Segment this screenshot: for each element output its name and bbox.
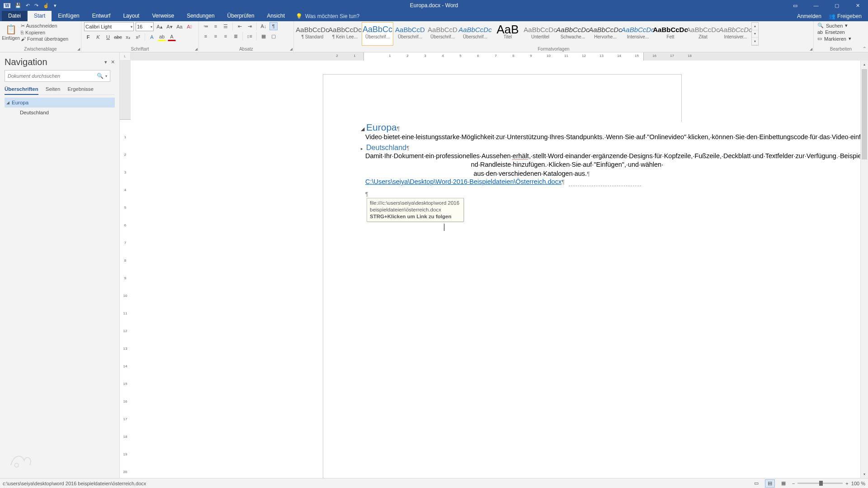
tab-view[interactable]: Ansicht — [261, 11, 291, 21]
style-tile[interactable]: AaBbCcDcSchwache... — [557, 22, 589, 46]
styles-gallery[interactable]: AaBbCcDc¶ StandardAaBbCcDc¶ Kein Lee...A… — [297, 22, 751, 46]
find-button[interactable]: 🔍Suchen ▾ — [816, 22, 865, 29]
tab-design[interactable]: Entwurf — [86, 11, 117, 21]
shrink-font-icon[interactable]: A▾ — [165, 23, 174, 31]
collapse-icon[interactable]: ◢ — [6, 100, 12, 105]
format-painter-button[interactable]: 🖌 Format übertragen — [21, 36, 68, 42]
nav-dropdown-icon[interactable]: ▾ — [104, 59, 107, 65]
style-tile[interactable]: AaBbCcDcIntensive... — [622, 22, 654, 46]
style-tile[interactable]: AaBbCcDcIntensiver... — [720, 22, 751, 46]
underline-icon[interactable]: U — [104, 33, 112, 41]
nav-item-europa[interactable]: ◢ Europa — [5, 98, 115, 108]
zoom-level[interactable]: 100 % — [851, 481, 865, 486]
bold-icon[interactable]: F — [84, 33, 92, 41]
change-case-icon[interactable]: Aa — [175, 23, 184, 31]
align-center-icon[interactable]: ≡ — [212, 32, 220, 40]
heading-1[interactable]: Europa¶ — [366, 122, 400, 132]
style-tile[interactable]: AaBbCcDcZitat — [687, 22, 719, 46]
scrollbar-thumb[interactable] — [862, 69, 867, 160]
increase-indent-icon[interactable]: ⇥ — [245, 22, 254, 30]
body-paragraph-2[interactable]: Damit·Ihr·Dokument·ein·professionelles·A… — [365, 152, 700, 178]
zoom-out-icon[interactable]: − — [792, 481, 795, 486]
maximize-button[interactable]: ▢ — [826, 0, 847, 11]
nav-tab-pages[interactable]: Seiten — [46, 86, 61, 93]
font-name-combo[interactable]: Calibri Light▾ — [84, 22, 134, 31]
tab-file[interactable]: Datei — [2, 11, 27, 21]
ribbon-display-options-icon[interactable]: ▭ — [785, 0, 806, 11]
collapse-heading-icon[interactable]: ◢ — [361, 126, 363, 132]
qat-touch-icon[interactable]: ☝ — [43, 3, 49, 9]
sign-in-link[interactable]: Anmelden — [797, 13, 821, 19]
scroll-down-icon[interactable]: ▾ — [861, 470, 868, 478]
text-effects-icon[interactable]: A — [148, 33, 156, 41]
nav-search-box[interactable]: 🔍 ▾ — [5, 70, 110, 82]
tell-me-search[interactable]: 💡 Was möchten Sie tun? — [296, 13, 359, 21]
vertical-ruler[interactable]: 12 34 56 78 910 1112 1314 1516 1718 1920 — [120, 61, 131, 478]
align-left-icon[interactable]: ≡ — [202, 32, 210, 40]
font-size-combo[interactable]: 16▾ — [136, 22, 154, 31]
borders-icon[interactable]: ▢ — [269, 32, 278, 40]
tab-mailings[interactable]: Sendungen — [180, 11, 221, 21]
clipboard-dialog-launcher[interactable]: ◢ — [77, 47, 80, 51]
print-layout-icon[interactable]: ▤ — [765, 479, 775, 488]
horizontal-ruler[interactable]: 211 2345 6789 10111213 1415161718 — [131, 52, 868, 61]
collapse-heading-icon[interactable]: ▸ — [361, 146, 363, 151]
style-tile[interactable]: AaBTitel — [492, 22, 524, 46]
document-canvas[interactable]: ◢ Europa¶ Video·bietet·eine·leistungssta… — [131, 61, 860, 478]
styles-gallery-more[interactable]: ▴ ▾ ▾ — [751, 22, 759, 46]
replace-button[interactable]: abErsetzen — [816, 29, 865, 35]
read-mode-icon[interactable]: ▭ — [751, 479, 761, 488]
font-color-icon[interactable]: A — [168, 33, 176, 41]
clear-formatting-icon[interactable]: A⃠ — [185, 23, 193, 31]
shading-icon[interactable]: ▦ — [259, 32, 268, 40]
superscript-icon[interactable]: x² — [134, 33, 142, 41]
body-paragraph-1[interactable]: Video·bietet·eine·leistungsstarke·Möglic… — [365, 133, 700, 142]
justify-icon[interactable]: ≣ — [231, 32, 240, 40]
empty-paragraph[interactable]: ¶ — [365, 190, 700, 199]
italic-icon[interactable]: K — [94, 33, 102, 41]
close-button[interactable]: ✕ — [847, 0, 868, 11]
vertical-scrollbar[interactable]: ▴ ▾ — [860, 61, 868, 478]
style-tile[interactable]: AaBbCcDcFett — [655, 22, 686, 46]
align-right-icon[interactable]: ≡ — [222, 32, 230, 40]
style-tile[interactable]: AaBbCcDcUntertitel — [524, 22, 556, 46]
style-tile[interactable]: AaBbCcDcÜberschrif... — [459, 22, 491, 46]
show-marks-icon[interactable]: ¶ — [269, 22, 278, 30]
style-tile[interactable]: AaBbCcDÜberschrif... — [427, 22, 458, 46]
tab-layout[interactable]: Layout — [117, 11, 146, 21]
nav-tab-results[interactable]: Ergebnisse — [67, 86, 94, 93]
multilevel-icon[interactable]: ☰ — [222, 22, 230, 30]
decrease-indent-icon[interactable]: ⇤ — [236, 22, 244, 30]
zoom-slider[interactable] — [797, 483, 843, 484]
line-spacing-icon[interactable]: ↕≡ — [245, 32, 254, 40]
tab-references[interactable]: Verweise — [146, 11, 180, 21]
styles-row-up-icon[interactable]: ▴ — [752, 23, 758, 30]
qat-undo-icon[interactable]: ↶ — [26, 3, 30, 9]
nav-item-deutschland[interactable]: Deutschland — [5, 108, 115, 117]
zoom-in-icon[interactable]: + — [845, 481, 848, 486]
highlight-icon[interactable]: ab — [158, 33, 166, 41]
styles-expand-icon[interactable]: ▾ — [752, 38, 758, 45]
tab-start[interactable]: Start — [28, 11, 52, 21]
font-dialog-launcher[interactable]: ◢ — [195, 47, 198, 51]
minimize-button[interactable]: — — [806, 0, 826, 11]
hyperlink[interactable]: C:\Users\seiya\Desktop\Word·2016·Beispie… — [365, 178, 561, 185]
search-dropdown-icon[interactable]: ▾ — [105, 74, 107, 78]
nav-tab-headings[interactable]: Überschriften — [5, 86, 38, 95]
styles-row-down-icon[interactable]: ▾ — [752, 30, 758, 38]
strikethrough-icon[interactable]: abc — [114, 33, 122, 41]
qat-more-icon[interactable]: ▾ — [54, 3, 57, 9]
style-tile[interactable]: AaBbCcDÜberschrif... — [394, 22, 426, 46]
style-tile[interactable]: AaBbCcDcHervorhe... — [590, 22, 621, 46]
qat-save-icon[interactable]: 💾 — [15, 3, 21, 9]
paste-button[interactable]: 📋 Einfügen — [3, 22, 19, 42]
web-layout-icon[interactable]: ▦ — [778, 479, 788, 488]
collapse-ribbon-icon[interactable]: ⌃ — [863, 46, 866, 51]
paragraph-dialog-launcher[interactable]: ◢ — [290, 47, 292, 51]
tab-insert[interactable]: Einfügen — [52, 11, 85, 21]
share-button[interactable]: 👥Freigeben — [829, 13, 862, 19]
scrollbar-track[interactable] — [861, 68, 868, 470]
grow-font-icon[interactable]: A▴ — [156, 23, 164, 31]
tab-review[interactable]: Überprüfen — [221, 11, 261, 21]
bullets-icon[interactable]: ≔ — [202, 22, 210, 30]
